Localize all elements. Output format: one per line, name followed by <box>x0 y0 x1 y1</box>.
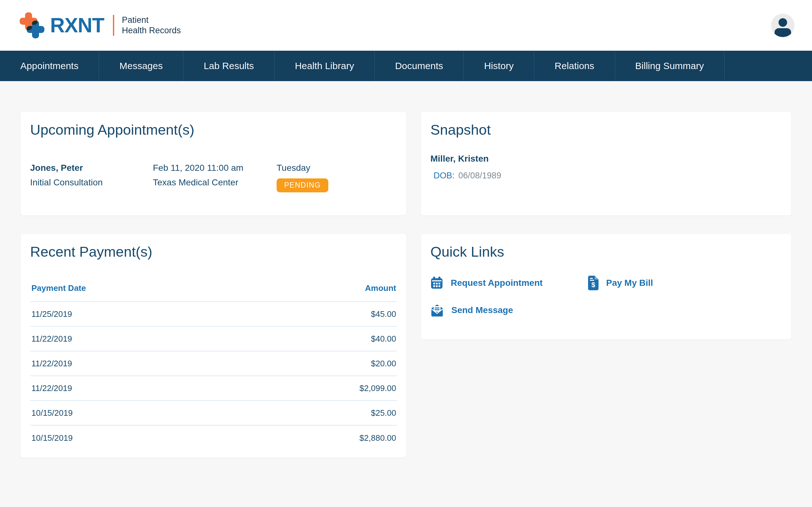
nav-item-messages[interactable]: Messages <box>99 51 183 81</box>
quick-links-title: Quick Links <box>430 243 782 261</box>
logo-text: RXNT <box>50 14 104 37</box>
calendar-icon <box>430 277 443 289</box>
recent-payments-title: Recent Payment(s) <box>30 243 397 261</box>
payment-amount: $20.00 <box>371 359 396 369</box>
send-message-label: Send Message <box>451 305 513 315</box>
user-avatar-button[interactable] <box>771 14 795 37</box>
send-message-link[interactable]: Send Message <box>430 303 513 317</box>
appointment-row: Jones, Peter Initial Consultation Feb 11… <box>30 161 397 192</box>
payment-row: 11/22/2019$2,099.00 <box>30 376 397 401</box>
appointment-day: Tuesday <box>276 161 397 175</box>
payment-amount: $40.00 <box>371 334 396 344</box>
appointment-when-col: Feb 11, 2020 11:00 am Texas Medical Cent… <box>153 161 276 192</box>
appointment-location: Texas Medical Center <box>153 175 276 190</box>
payment-row: 10/15/2019$2,880.00 <box>30 426 397 450</box>
nav-item-billing-summary[interactable]: Billing Summary <box>615 51 725 81</box>
nav-item-documents[interactable]: Documents <box>374 51 464 81</box>
snapshot-dob-line: DOB:06/08/1989 <box>430 171 782 181</box>
upcoming-appointments-card: Upcoming Appointment(s) Jones, Peter Ini… <box>20 112 406 216</box>
payment-date: 11/22/2019 <box>32 334 72 344</box>
pay-my-bill-label: Pay My Bill <box>606 278 653 288</box>
nav-item-appointments[interactable]: Appointments <box>0 51 99 81</box>
nav-item-relations[interactable]: Relations <box>534 51 615 81</box>
payment-date: 10/15/2019 <box>32 408 72 418</box>
payment-row: 11/22/2019$20.00 <box>30 351 397 376</box>
product-line1: Patient <box>122 15 181 25</box>
dob-label: DOB: <box>434 171 455 180</box>
payment-date: 11/22/2019 <box>32 383 72 393</box>
quick-links-card: Quick Links Reque <box>421 234 792 339</box>
payments-col-amount: Amount <box>365 283 396 293</box>
request-appointment-link[interactable]: Request Appointment <box>430 277 543 289</box>
main-nav-list: AppointmentsMessagesLab ResultsHealth Li… <box>0 51 812 81</box>
payment-row: 10/15/2019$25.00 <box>30 401 397 426</box>
appointment-patient-name: Jones, Peter <box>30 161 153 175</box>
dob-value: 06/08/1989 <box>458 171 501 180</box>
bill-icon: $ <box>588 276 599 290</box>
main-content: Upcoming Appointment(s) Jones, Peter Ini… <box>20 112 792 458</box>
payment-row: 11/25/2019$45.00 <box>30 302 397 327</box>
appointment-status-col: Tuesday PENDING <box>276 161 397 192</box>
status-badge: PENDING <box>276 178 328 192</box>
nav-item-history[interactable]: History <box>464 51 534 81</box>
recent-payments-card: Recent Payment(s) Payment Date Amount 11… <box>20 234 406 458</box>
product-name: Patient Health Records <box>122 15 181 36</box>
payment-amount: $2,880.00 <box>359 433 396 443</box>
payment-date: 11/22/2019 <box>32 359 72 369</box>
payment-date: 11/25/2019 <box>32 309 72 319</box>
payments-col-date: Payment Date <box>32 283 86 293</box>
brand-logo[interactable]: RXNT Patient Health Records <box>20 12 181 38</box>
brand-divider <box>113 15 114 36</box>
product-line2: Health Records <box>122 25 181 36</box>
payment-date: 10/15/2019 <box>32 433 72 443</box>
payment-amount: $25.00 <box>371 408 396 418</box>
appointment-datetime: Feb 11, 2020 11:00 am <box>153 161 276 175</box>
payment-amount: $45.00 <box>371 309 396 319</box>
rxnt-plus-icon <box>20 12 44 38</box>
payment-row: 11/22/2019$40.00 <box>30 327 397 351</box>
pay-my-bill-link[interactable]: $ Pay My Bill <box>588 276 653 290</box>
send-message-icon <box>430 303 444 317</box>
appointment-patient-col: Jones, Peter Initial Consultation <box>30 161 153 192</box>
snapshot-card: Snapshot Miller, Kristen DOB:06/08/1989 <box>421 112 792 216</box>
quick-links-grid: Request Appointment $ Pay My Bill <box>430 276 782 317</box>
person-icon <box>771 14 795 37</box>
payments-table-header: Payment Date Amount <box>30 283 397 302</box>
payments-table-body: 11/25/2019$45.0011/22/2019$40.0011/22/20… <box>30 302 397 450</box>
payment-amount: $2,099.00 <box>359 383 396 393</box>
nav-item-health-library[interactable]: Health Library <box>275 51 375 81</box>
snapshot-patient-name: Miller, Kristen <box>430 154 782 164</box>
snapshot-title: Snapshot <box>430 121 782 138</box>
request-appointment-label: Request Appointment <box>451 278 543 288</box>
app-header: RXNT Patient Health Records <box>0 0 812 51</box>
nav-item-lab-results[interactable]: Lab Results <box>183 51 274 81</box>
appointment-visit-type: Initial Consultation <box>30 175 153 190</box>
upcoming-appointments-title: Upcoming Appointment(s) <box>30 121 397 138</box>
svg-text:$: $ <box>591 281 595 289</box>
